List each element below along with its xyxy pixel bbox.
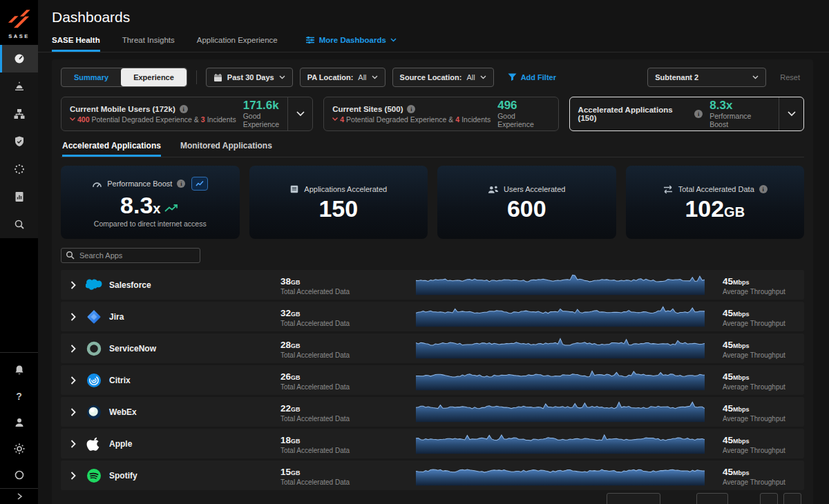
info-icon[interactable] (694, 110, 703, 118)
throughput-label: Average Throughput (723, 415, 800, 423)
prev-page-button[interactable] (760, 493, 778, 504)
metric-label: Applications Accelerated (304, 185, 387, 193)
stat-card-sites[interactable]: Current Sites (500) 4 Potential Degraded… (323, 97, 558, 131)
throughput-unit: Mbps (733, 438, 750, 445)
incidents-count: 4 (455, 115, 459, 124)
status-button[interactable] (0, 462, 38, 488)
sidebar-item-security[interactable] (0, 128, 38, 155)
total-data-label: Total Accelerated Data (280, 415, 416, 423)
sidebar-item-search[interactable] (0, 211, 38, 238)
throughput-sparkline (416, 337, 705, 360)
tab-monitored-applications[interactable]: Monitored Applications (180, 141, 272, 157)
expand-row-button[interactable] (61, 376, 86, 385)
sidebar-item-alerts[interactable] (0, 72, 38, 100)
average-throughput-cell: 45Mbps Average Throughput (723, 402, 804, 423)
throughput-unit: Mbps (733, 406, 750, 413)
total-data-value: 15 (280, 467, 291, 477)
incidents-label: Incidents (461, 115, 490, 124)
chevron-down-icon (279, 75, 285, 79)
search-apps (61, 248, 200, 263)
expand-row-button[interactable] (61, 345, 86, 353)
throughput-value: 45 (723, 276, 733, 287)
page-input[interactable] (696, 493, 728, 504)
app-row: Apple 18GB Total Accelerated Data 45Mbps… (61, 429, 804, 458)
tab-threat-insights[interactable]: Threat Insights (122, 36, 175, 52)
expand-row-button[interactable] (61, 440, 86, 448)
throughput-unit: Mbps (733, 279, 750, 286)
total-data-unit: GB (291, 406, 301, 413)
pa-location-dropdown[interactable]: PA Location: All (300, 68, 385, 87)
stat-card-mobile-users[interactable]: Current Mobile Users (172k) 400 Potentia… (61, 97, 313, 131)
experience-toggle[interactable]: Experience (121, 68, 187, 86)
source-location-label: Source Location: (400, 73, 462, 81)
summary-toggle[interactable]: Summary (61, 68, 121, 86)
average-throughput-cell: 45Mbps Average Throughput (723, 338, 804, 359)
sidebar-item-network[interactable] (0, 100, 38, 128)
tab-sase-health[interactable]: SASE Health (52, 36, 100, 52)
sidebar-item-activity[interactable] (0, 155, 38, 183)
help-button[interactable]: ? (0, 383, 38, 409)
total-data-unit: GB (291, 311, 301, 318)
stat-value: 8.3x (709, 99, 770, 112)
notifications-button[interactable] (0, 357, 38, 383)
expand-card-button[interactable] (287, 97, 312, 130)
source-location-dropdown[interactable]: Source Location: All (392, 68, 494, 87)
app-logo-icon (86, 467, 102, 484)
metric-card-users-accelerated: Users Accelerated 600 (437, 166, 616, 239)
stat-cards: Current Mobile Users (172k) 400 Potentia… (61, 97, 804, 131)
sidebar-item-dashboards[interactable] (0, 45, 38, 72)
sidebar-item-reports[interactable] (0, 183, 38, 211)
network-icon (13, 108, 26, 120)
app-name: Jira (109, 312, 280, 322)
info-icon[interactable] (407, 105, 415, 113)
collapse-button[interactable] (0, 489, 38, 504)
average-throughput-cell: 45Mbps Average Throughput (723, 307, 804, 327)
average-throughput-cell: 45Mbps Average Throughput (723, 434, 804, 454)
brand-logo[interactable]: SASE (7, 0, 32, 45)
expand-row-button[interactable] (61, 472, 86, 480)
dashboard-tabbar: SASE Health Threat Insights Application … (38, 26, 829, 52)
app-row: ServiceNow 28GB Total Accelerated Data 4… (61, 333, 804, 363)
tab-accelerated-applications[interactable]: Accelerated Applications (62, 141, 161, 157)
expand-row-button[interactable] (61, 408, 86, 416)
user-button[interactable] (0, 409, 38, 436)
info-icon[interactable] (180, 105, 188, 113)
chevron-right-icon (70, 440, 76, 448)
expand-card-button[interactable] (779, 97, 803, 130)
time-range-dropdown[interactable]: Past 30 Days (206, 68, 293, 87)
total-data-label: Total Accelerated Data (280, 383, 416, 391)
metric-value: 102 (685, 195, 724, 222)
reset-button[interactable]: Reset (780, 73, 800, 81)
info-icon[interactable] (759, 185, 768, 193)
search-apps-input[interactable] (61, 248, 200, 263)
metric-value: 8.3 (120, 192, 153, 218)
expand-row-button[interactable] (61, 281, 86, 289)
collapse-icon (15, 492, 23, 501)
stat-card-accelerated-apps[interactable]: Accelerated Applications (150) 8.3x Perf… (569, 97, 804, 131)
incidents-label: Incidents (207, 115, 236, 124)
chevron-down-icon (390, 38, 397, 42)
chevron-right-icon (70, 281, 76, 289)
panw-logo-icon (7, 7, 32, 30)
more-dashboards-menu[interactable]: More Dashboards (305, 36, 397, 52)
expand-row-button[interactable] (61, 313, 86, 321)
metric-subtitle: Compared to direct internet access (94, 220, 207, 228)
subtenant-dropdown[interactable]: Subtenant 2 (647, 68, 766, 87)
throughput-label: Average Throughput (723, 288, 800, 295)
stat-title: Current Mobile Users (172k) (70, 105, 175, 113)
sidebar-bottom: ? (0, 353, 38, 504)
settings-button[interactable] (0, 436, 38, 462)
view-chart-button[interactable] (191, 177, 208, 191)
throughput-value: 45 (723, 340, 733, 350)
next-page-button[interactable] (783, 493, 801, 504)
search-icon (13, 218, 26, 231)
info-icon[interactable] (177, 180, 185, 188)
page-size-dropdown[interactable] (607, 493, 660, 504)
add-filter-button[interactable]: Add Filter (508, 73, 556, 81)
tab-application-experience[interactable]: Application Experience (197, 36, 278, 52)
app-name: Citrix (109, 376, 280, 385)
app-logo-icon (86, 340, 102, 357)
chevron-right-icon (70, 345, 76, 353)
metric-label: Performance Boost (107, 180, 172, 188)
total-accelerated-data-cell: 38GB Total Accelerated Data (280, 275, 416, 295)
